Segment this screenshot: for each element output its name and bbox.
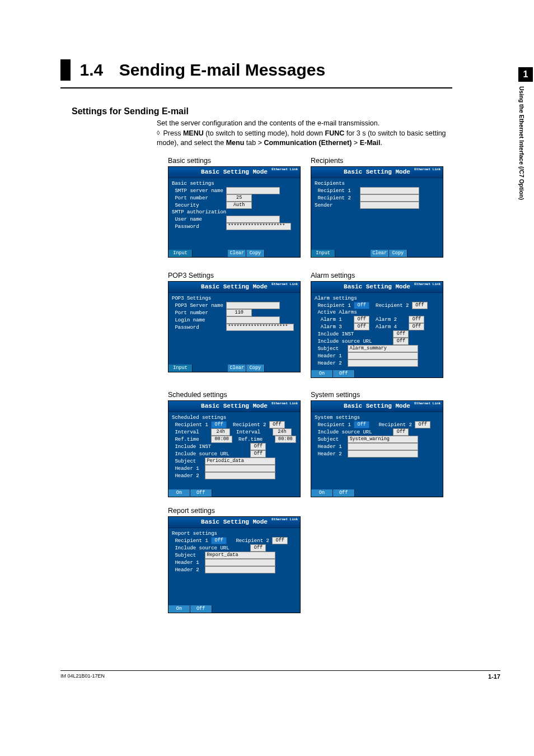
sender-field[interactable] bbox=[360, 202, 419, 209]
input-button[interactable]: Input bbox=[311, 250, 335, 257]
sched-h1-field[interactable] bbox=[205, 465, 275, 472]
side-chapter-tab: 1 Using the Ethernet Interface (/C7 Opti… bbox=[518, 67, 534, 200]
rep-r2-field[interactable]: Off bbox=[272, 537, 288, 544]
ethernet-link-icon: Ethernet Link bbox=[271, 402, 298, 405]
ethernet-link-icon: Ethernet Link bbox=[414, 283, 441, 286]
alarm-r1-field[interactable]: Off bbox=[354, 302, 369, 309]
heading-number: 1.4 bbox=[79, 60, 103, 79]
panel-scheduled-cell: Scheduled settings Basic Setting ModeEth… bbox=[168, 391, 301, 497]
clear-button[interactable]: Clear bbox=[371, 250, 389, 257]
sys-h1-field[interactable] bbox=[348, 443, 418, 450]
sched-h2-field[interactable] bbox=[205, 472, 275, 479]
security-field[interactable]: Auth bbox=[226, 202, 252, 209]
on-button[interactable]: On bbox=[311, 489, 333, 497]
rep-r1-field[interactable]: Off bbox=[211, 537, 227, 544]
ethernet-link-icon: Ethernet Link bbox=[414, 402, 441, 405]
intro-line2: ◊ Press MENU (to switch to setting mode)… bbox=[157, 129, 463, 148]
copy-button[interactable]: Copy bbox=[246, 250, 265, 257]
panel-alarm: Basic Setting ModeEthernet Link Alarm se… bbox=[311, 281, 443, 378]
sched-subject-field[interactable]: Periodic_data bbox=[205, 458, 275, 465]
panel-footer: On Off bbox=[311, 489, 443, 497]
panel-title: Basic Setting ModeEthernet Link bbox=[168, 401, 300, 412]
login-field[interactable] bbox=[226, 316, 280, 324]
off-button[interactable]: Off bbox=[333, 370, 355, 377]
copy-button[interactable]: Copy bbox=[389, 250, 407, 257]
password-field[interactable]: ******************** bbox=[226, 223, 291, 230]
copy-button[interactable]: Copy bbox=[246, 365, 265, 372]
rep-h2-field[interactable] bbox=[205, 566, 275, 573]
port-field[interactable]: 25 bbox=[226, 194, 252, 202]
off-button[interactable]: Off bbox=[190, 605, 212, 613]
sched-url-field[interactable]: Off bbox=[250, 450, 266, 458]
user-field[interactable] bbox=[226, 216, 280, 223]
panel-basic-caption: Basic settings bbox=[168, 157, 301, 165]
off-button[interactable]: Off bbox=[190, 489, 212, 497]
sched-rt1-field[interactable]: 00:00 bbox=[211, 436, 232, 443]
clear-button[interactable]: Clear bbox=[228, 365, 246, 372]
off-button[interactable]: Off bbox=[333, 489, 355, 497]
panel-body: Report settings Recipient 1 Off Recipien… bbox=[168, 528, 300, 605]
rep-subject-field[interactable]: Report_data bbox=[205, 552, 275, 559]
alarm1-field[interactable]: Off bbox=[354, 316, 369, 323]
alarm2-field[interactable]: Off bbox=[409, 316, 424, 323]
alarm-r2-field[interactable]: Off bbox=[412, 302, 428, 309]
ethernet-link-icon: Ethernet Link bbox=[271, 168, 298, 171]
panel-title: Basic Setting ModeEthernet Link bbox=[311, 167, 443, 178]
ethernet-link-icon: Ethernet Link bbox=[271, 518, 298, 521]
sched-inst-field[interactable]: Off bbox=[250, 443, 266, 450]
recipient1-field[interactable] bbox=[360, 187, 419, 194]
rep-url-field[interactable]: Off bbox=[250, 544, 266, 552]
sys-r2-field[interactable]: Off bbox=[415, 421, 430, 428]
sched-r2-field[interactable]: Off bbox=[269, 421, 285, 428]
alarm-subject-field[interactable]: Alarm_summary bbox=[348, 345, 418, 352]
panel-footer: Input Clear Copy bbox=[168, 250, 300, 257]
alarm4-field[interactable]: Off bbox=[409, 323, 424, 330]
clear-button[interactable]: Clear bbox=[228, 250, 246, 257]
panel-system-cell: System settings Basic Setting ModeEthern… bbox=[311, 391, 443, 497]
sched-r1-field[interactable]: Off bbox=[211, 421, 227, 428]
rep-h1-field[interactable] bbox=[205, 559, 275, 566]
smtp-server-field[interactable] bbox=[226, 187, 280, 194]
heading-title: Sending E-mail Messages bbox=[119, 60, 325, 79]
panel-body: Alarm settings Recipient 1 Off Recipient… bbox=[311, 293, 443, 370]
recipient2-field[interactable] bbox=[360, 194, 419, 202]
alarm-h2-field[interactable] bbox=[348, 360, 418, 367]
on-button[interactable]: On bbox=[311, 370, 333, 377]
chapter-side-text: Using the Ethernet Interface (/C7 Option… bbox=[518, 86, 528, 200]
alarm3-field[interactable]: Off bbox=[354, 323, 369, 330]
sys-h2-field[interactable] bbox=[348, 450, 418, 458]
sched-int1-field[interactable]: 24h bbox=[211, 428, 230, 436]
panel-pop3-cell: POP3 Settings Basic Setting ModeEthernet… bbox=[168, 272, 301, 372]
alarm-h1-field[interactable] bbox=[348, 352, 418, 360]
chapter-number: 1 bbox=[518, 67, 533, 82]
sched-int2-field[interactable]: 24h bbox=[273, 428, 292, 436]
alarm-inst-field[interactable]: Off bbox=[393, 330, 409, 338]
alarm-url-field[interactable]: Off bbox=[393, 338, 409, 345]
panel-footer: On Off bbox=[311, 370, 443, 377]
panel-pop3-caption: POP3 Settings bbox=[168, 272, 301, 279]
diamond-icon: ◊ bbox=[157, 129, 161, 137]
pop3-password-field[interactable]: ********************* bbox=[226, 324, 294, 331]
heading-mark bbox=[60, 59, 71, 81]
on-button[interactable]: On bbox=[168, 489, 190, 497]
input-button[interactable]: Input bbox=[168, 250, 193, 257]
panel-basic-cell: Basic settings Basic Setting ModeEtherne… bbox=[168, 157, 301, 258]
on-button[interactable]: On bbox=[168, 605, 190, 613]
pop3-port-field[interactable]: 110 bbox=[226, 309, 252, 316]
sys-url-field[interactable]: Off bbox=[393, 428, 409, 436]
panel-report-cell: Report settings Basic Setting ModeEthern… bbox=[168, 507, 301, 613]
sys-r1-field[interactable]: Off bbox=[354, 421, 369, 428]
panel-title: Basic Setting ModeEthernet Link bbox=[311, 401, 443, 412]
panel-alarm-cell: Alarm settings Basic Setting ModeEtherne… bbox=[311, 272, 443, 378]
panel-title: Basic Setting ModeEthernet Link bbox=[168, 517, 300, 528]
page-number: 1-17 bbox=[488, 673, 500, 680]
panel-footer: On Off bbox=[168, 605, 300, 613]
sched-rt2-field[interactable]: 00:00 bbox=[275, 436, 296, 443]
panel-body: System settings Recipient 1 Off Recipien… bbox=[311, 412, 443, 489]
sys-subject-field[interactable]: System_warning bbox=[348, 436, 418, 443]
pop3-server-field[interactable] bbox=[226, 302, 280, 309]
input-button[interactable]: Input bbox=[168, 365, 193, 372]
panel-body: Basic settings SMTP server name Port num… bbox=[168, 178, 300, 250]
panel-body: Scheduled settings Recipient 1 Off Recip… bbox=[168, 412, 300, 489]
panel-footer: Input Clear Copy bbox=[168, 365, 300, 372]
